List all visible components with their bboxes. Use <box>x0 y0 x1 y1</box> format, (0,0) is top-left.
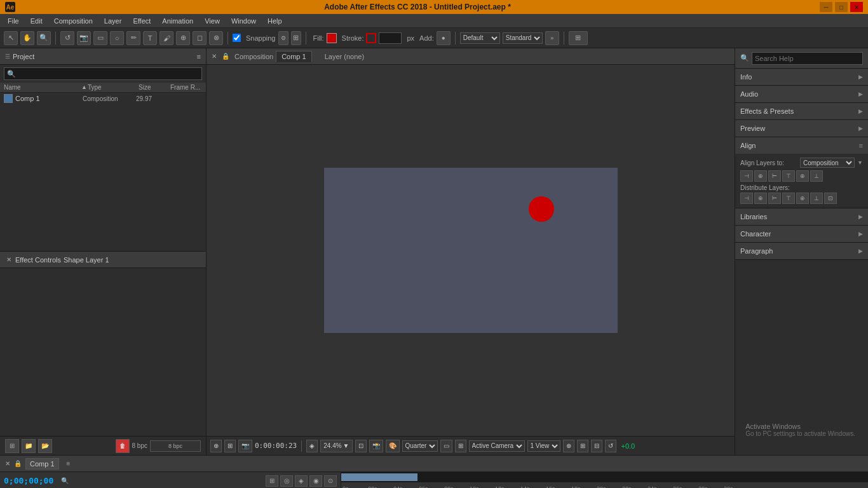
shape-rect[interactable]: ▭ <box>93 31 107 45</box>
menu-animation[interactable]: Animation <box>157 16 198 26</box>
clone-tool[interactable]: ⊕ <box>176 31 190 45</box>
menu-file[interactable]: File <box>3 16 24 26</box>
draft-btn[interactable]: ◈ <box>295 475 308 487</box>
region-btn[interactable]: ▭ <box>440 440 452 452</box>
close-button[interactable]: ✕ <box>850 2 863 12</box>
text-tool[interactable]: T <box>143 31 157 45</box>
color-btn[interactable]: 🎨 <box>386 440 400 452</box>
view-options-btn[interactable]: ⊕ <box>563 440 574 452</box>
dist-center-v[interactable]: ⊕ <box>796 193 809 204</box>
search-help-input[interactable] <box>752 52 863 65</box>
libraries-header[interactable]: Libraries ▶ <box>735 208 868 225</box>
preview-header[interactable]: Preview ▶ <box>735 120 868 137</box>
timeline-close[interactable]: ✕ <box>5 460 10 467</box>
bpc-btn[interactable]: 8 bpc <box>150 440 201 452</box>
paragraph-header[interactable]: Paragraph ▶ <box>735 243 868 259</box>
comp-camera-btn[interactable]: 📷 <box>238 440 252 452</box>
dist-last[interactable]: ⊡ <box>824 193 837 204</box>
fill-color[interactable] <box>327 33 337 43</box>
align-center-h[interactable]: ⊕ <box>754 170 767 182</box>
align-header[interactable]: Align ≡ <box>735 137 868 154</box>
quality-select[interactable]: Quarter Full Half Third <box>402 440 438 452</box>
pen-tool[interactable]: ✏ <box>126 31 140 45</box>
zoom-tool[interactable]: 🔍 <box>37 31 51 45</box>
rotation-tool[interactable]: ↺ <box>60 31 74 45</box>
menu-help[interactable]: Help <box>262 16 287 26</box>
work-area-range[interactable] <box>341 473 417 481</box>
comp-grid-btn[interactable]: ⊞ <box>224 440 236 452</box>
snapping-checkbox[interactable] <box>233 34 241 42</box>
puppet-tool[interactable]: ⊗ <box>209 31 223 45</box>
comp-header-close[interactable]: ✕ <box>212 53 217 60</box>
col-size[interactable]: Size <box>139 84 170 91</box>
menu-window[interactable]: Window <box>226 16 261 26</box>
align-target-select[interactable]: Composition Selection <box>800 158 855 168</box>
align-right[interactable]: ⊢ <box>768 170 781 182</box>
dist-top[interactable]: ⊤ <box>782 193 795 204</box>
search-timeline[interactable]: 🔍 <box>61 477 69 484</box>
workspace-select[interactable]: Default Standard <box>460 32 500 44</box>
comp-mini-preview[interactable]: ⊞ <box>266 475 278 487</box>
character-header[interactable]: Character ▶ <box>735 226 868 242</box>
new-comp-btn[interactable]: ⊞ <box>5 439 19 453</box>
reset-view-btn[interactable]: ↺ <box>605 440 616 452</box>
extend-toolbar[interactable]: » <box>545 31 559 45</box>
alpha-btn[interactable]: ⊡ <box>355 440 367 452</box>
view-select[interactable]: 1 View <box>527 440 560 452</box>
dist-bottom[interactable]: ⊥ <box>810 193 823 204</box>
snapshot-btn[interactable]: 📸 <box>369 440 383 452</box>
snapping-options[interactable]: ⚙ <box>278 31 288 45</box>
delete-btn[interactable]: 🗑 <box>116 439 130 453</box>
layout-select[interactable]: Standard <box>503 32 543 44</box>
menu-composition[interactable]: Composition <box>49 16 98 26</box>
timeline-menu[interactable]: ≡ <box>67 460 71 467</box>
menu-layer[interactable]: Layer <box>99 16 127 26</box>
menu-view[interactable]: View <box>200 16 225 26</box>
minimize-button[interactable]: ─ <box>820 2 832 12</box>
camera-tool[interactable]: 📷 <box>77 31 91 45</box>
zoom-select[interactable]: 24.4% ▼ <box>320 440 352 452</box>
snap-btn[interactable]: ◈ <box>306 440 318 452</box>
audio-header[interactable]: Audio ▶ <box>735 86 868 102</box>
grid-btn2[interactable]: ⊟ <box>591 440 602 452</box>
align-center-v[interactable]: ⊕ <box>796 170 809 182</box>
stroke-color[interactable] <box>366 33 376 43</box>
panel-menu-icon[interactable]: ≡ <box>197 53 201 60</box>
camera-select[interactable]: Active Camera <box>469 440 525 452</box>
selection-tool[interactable]: ↖ <box>4 31 18 45</box>
import-btn[interactable]: 📁 <box>22 439 36 453</box>
comp-tab[interactable]: Comp 1 <box>276 51 312 62</box>
layout-btn[interactable]: ⊞ <box>577 440 588 452</box>
transparency-btn[interactable]: ⊞ <box>455 440 466 452</box>
dist-left[interactable]: ⊣ <box>740 193 753 204</box>
align-bottom[interactable]: ⊥ <box>810 170 823 182</box>
stroke-width-input[interactable] <box>379 32 402 44</box>
align-menu-icon[interactable]: ≡ <box>859 142 863 149</box>
align-left[interactable]: ⊣ <box>740 170 753 182</box>
comp-reset-btn[interactable]: ⊕ <box>210 440 222 452</box>
dist-right[interactable]: ⊢ <box>768 193 781 204</box>
col-type[interactable]: Type <box>88 84 139 91</box>
effects-presets-header[interactable]: Effects & Presets ▶ <box>735 103 868 119</box>
project-search-input[interactable] <box>4 67 202 80</box>
motion-blur-btn[interactable]: ◎ <box>280 475 293 487</box>
maximize-button[interactable]: □ <box>835 2 848 12</box>
hide-shy-btn[interactable]: ⊙ <box>324 475 337 487</box>
effect-controls-close[interactable]: ✕ <box>5 256 13 264</box>
shape-ellipse[interactable]: ○ <box>110 31 124 45</box>
new-folder-btn[interactable]: 📂 <box>38 439 52 453</box>
info-header[interactable]: Info ▶ <box>735 69 868 85</box>
add-button[interactable]: ● <box>437 31 451 45</box>
col-framerate[interactable]: Frame R... <box>170 84 202 91</box>
snap-icon[interactable]: ⊞ <box>291 31 301 45</box>
comp-viewer-options[interactable]: ⊞ <box>569 31 588 45</box>
dist-center-h[interactable]: ⊕ <box>754 193 767 204</box>
menu-effect[interactable]: Effect <box>128 16 156 26</box>
hand-tool[interactable]: ✋ <box>20 31 34 45</box>
comp-viewport[interactable] <box>207 65 735 436</box>
menu-edit[interactable]: Edit <box>25 16 48 26</box>
list-item[interactable]: Comp 1 Composition 29.97 <box>0 93 206 104</box>
col-name[interactable]: Name <box>4 84 81 91</box>
timeline-tab[interactable]: Comp 1 <box>25 458 59 470</box>
solo-btn[interactable]: ◉ <box>309 475 322 487</box>
